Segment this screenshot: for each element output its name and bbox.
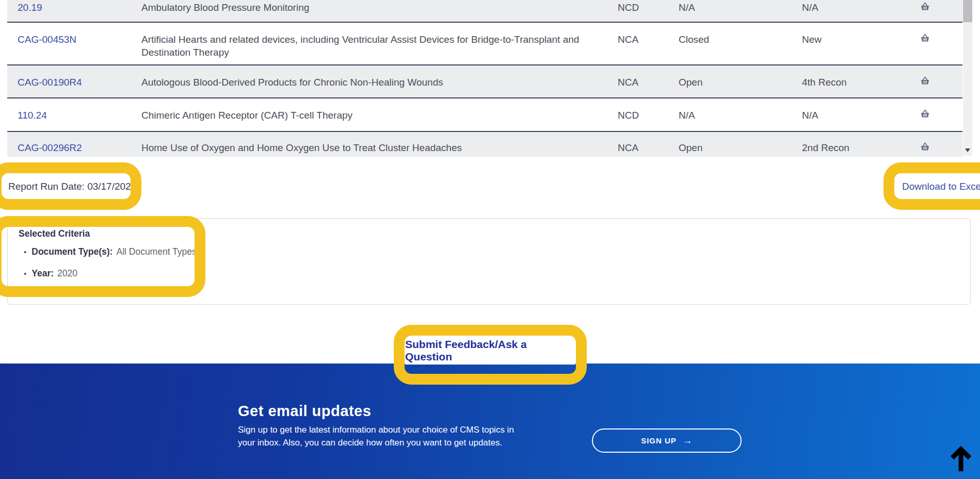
document-type: NCD xyxy=(618,0,679,14)
document-recon: N/A xyxy=(802,0,908,14)
selected-criteria-heading: Selected Criteria xyxy=(19,228,197,239)
document-status: N/A xyxy=(679,0,802,14)
criteria-label: Year: xyxy=(31,268,54,279)
basket-icon[interactable] xyxy=(920,32,930,45)
table-scrollbar[interactable] xyxy=(963,0,972,156)
criteria-label: Document Type(s): xyxy=(31,246,113,257)
document-recon: 2nd Recon xyxy=(802,132,908,154)
document-recon: N/A xyxy=(802,98,908,122)
document-title: Autologous Blood-Derived Products for Ch… xyxy=(141,65,618,89)
criteria-value: 2020 xyxy=(57,268,77,279)
table-row: CAG-00453N Artificial Hearts and related… xyxy=(7,23,962,65)
bullet-icon: • xyxy=(24,269,26,278)
footer-description-line: your inbox. Also, you can decide how oft… xyxy=(238,436,514,449)
document-recon: 4th Recon xyxy=(802,65,908,89)
basket-icon[interactable] xyxy=(920,75,930,88)
report-run-date: Report Run Date: 03/17/2021 xyxy=(8,181,136,192)
document-status: Open xyxy=(679,132,802,154)
document-type: NCA xyxy=(618,23,679,46)
document-title: Ambulatory Blood Pressure Monitoring xyxy=(141,0,618,14)
document-type: NCA xyxy=(618,132,679,154)
document-status: Closed xyxy=(679,23,802,46)
document-id-link[interactable]: 110.24 xyxy=(18,98,141,122)
footer-description: Sign up to get the latest information ab… xyxy=(238,423,514,449)
back-to-top-button[interactable] xyxy=(947,444,974,473)
table-row: 20.19 Ambulatory Blood Pressure Monitori… xyxy=(7,0,962,23)
right-arrow-icon: → xyxy=(683,435,693,447)
document-type: NCD xyxy=(618,98,679,122)
table-row: CAG-00296R2 Home Use of Oxygen and Home … xyxy=(7,132,962,157)
table-row: 110.24 Chimeric Antigen Receptor (CAR) T… xyxy=(7,98,962,132)
table-row: CAG-00190R4 Autologous Blood-Derived Pro… xyxy=(7,65,962,98)
document-type: NCA xyxy=(618,65,679,89)
basket-icon[interactable] xyxy=(920,1,930,14)
scrollbar-down-arrow-icon[interactable] xyxy=(965,148,970,152)
bullet-icon: • xyxy=(24,247,26,256)
footer-description-line: Sign up to get the latest information ab… xyxy=(238,423,514,436)
criteria-value: All Document Types xyxy=(116,246,196,257)
footer xyxy=(0,364,980,479)
up-arrow-icon xyxy=(947,444,974,473)
page: 20.19 Ambulatory Blood Pressure Monitori… xyxy=(0,0,980,479)
criteria-item: • Document Type(s): All Document Types xyxy=(19,246,197,257)
sign-up-label: SIGN UP xyxy=(641,436,677,445)
document-title: Chimeric Antigen Receptor (CAR) T-cell T… xyxy=(141,98,618,122)
document-id-link[interactable]: CAG-00453N xyxy=(18,23,141,46)
document-status: N/A xyxy=(679,98,802,122)
results-table: 20.19 Ambulatory Blood Pressure Monitori… xyxy=(7,0,962,157)
document-status: Open xyxy=(679,65,802,89)
criteria-item: • Year: 2020 xyxy=(19,268,197,279)
sign-up-button[interactable]: SIGN UP → xyxy=(592,428,742,453)
document-id-link[interactable]: CAG-00296R2 xyxy=(18,132,141,154)
basket-icon[interactable] xyxy=(920,108,930,121)
document-title: Home Use of Oxygen and Home Oxygen Use t… xyxy=(141,132,618,154)
document-title: Artificial Hearts and related devices, i… xyxy=(141,23,618,59)
document-id-link[interactable]: 20.19 xyxy=(18,0,141,14)
submit-feedback-button[interactable]: Submit Feedback/Ask a Question xyxy=(405,336,575,365)
document-recon: New xyxy=(802,23,908,46)
selected-criteria: Selected Criteria • Document Type(s): Al… xyxy=(19,228,197,290)
download-to-excel-link[interactable]: Download to Excel xyxy=(902,181,980,192)
scrollbar-thumb[interactable] xyxy=(963,0,972,22)
basket-icon[interactable] xyxy=(920,141,930,154)
document-id-link[interactable]: CAG-00190R4 xyxy=(18,65,141,89)
footer-heading: Get email updates xyxy=(238,403,371,420)
